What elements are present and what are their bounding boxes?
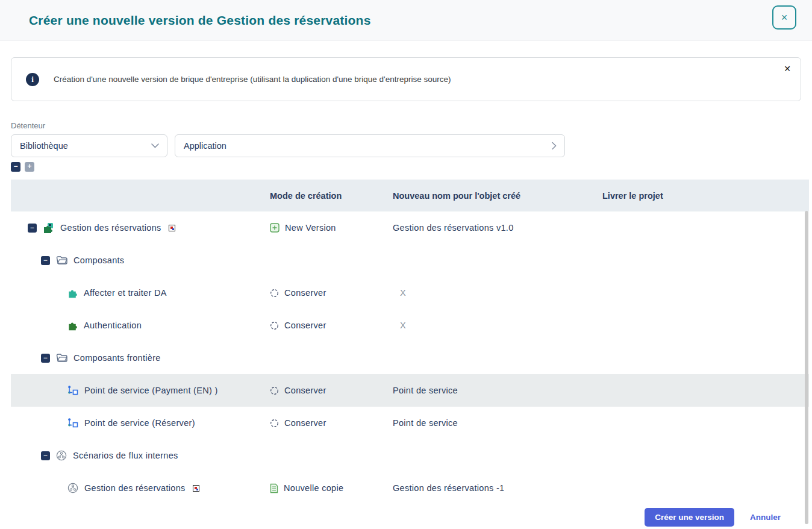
new-object-name[interactable]: Gestion des réservations -1 [393,483,602,493]
table-header: Mode de création Nouveau nom pour l'obje… [11,180,809,211]
node-label: Composants [73,255,124,265]
column-header-mode: Mode de création [270,191,393,201]
owner-type-value: Bibliothèque [20,141,68,151]
creation-mode[interactable]: New Version [285,223,336,233]
shortcut-badge-icon [193,485,199,492]
collapse-node-button[interactable]: − [41,354,50,363]
tree-controls: − + [11,162,801,172]
table-row[interactable]: − Composants frontière [11,342,809,374]
expand-all-button[interactable]: + [25,162,34,172]
node-label: Point de service (Réserver) [84,418,195,428]
node-label: Authentication [84,321,142,330]
scenario-icon [67,483,78,493]
collapse-all-button[interactable]: − [11,162,20,172]
new-object-name[interactable]: Gestion des réservations v1.0 [393,223,602,233]
table-row[interactable]: Gestion des réservations Nouvelle copie … [11,472,809,504]
owner-target-value: Application [184,141,226,151]
collapse-node-button[interactable]: − [41,256,50,265]
service-point-icon [67,418,78,428]
owner-type-select[interactable]: Bibliothèque [11,134,167,157]
new-object-name[interactable]: X [393,288,602,298]
dialog-header: Créer une nouvelle version de Gestion de… [0,0,812,41]
new-object-name[interactable]: Point de service [393,386,602,395]
creation-mode[interactable]: Conserver [284,386,326,395]
info-icon: i [26,73,39,86]
creation-mode[interactable]: Conserver [284,418,326,428]
scenario-icon [56,450,67,461]
new-object-name[interactable]: X [393,321,602,330]
owner-target-picker[interactable]: Application [175,134,565,157]
copy-icon [270,483,278,493]
chevron-right-icon [552,142,557,150]
new-object-name[interactable]: Point de service [393,418,602,428]
creation-mode[interactable]: Conserver [284,321,326,330]
table-row[interactable]: − Gestion des réservations New Version G… [11,211,809,244]
keep-icon [270,289,279,298]
folder-icon [56,255,67,265]
keep-icon [270,419,279,428]
column-header-deliver: Livrer le projet [602,191,809,201]
node-label: Point de service (Payment (EN) ) [84,386,218,395]
collapse-node-button[interactable]: − [28,224,37,233]
table-row[interactable]: Affecter et traiter DA Conserver X [11,277,809,309]
dialog-footer: Créer une version Annuler [0,508,781,527]
creation-mode[interactable]: Nouvelle copie [284,483,343,493]
owner-section: Détenteur Bibliothèque Application [11,121,801,157]
close-dialog-button[interactable]: × [772,5,796,30]
info-banner: i Création d'une nouvelle version de bri… [11,57,801,101]
component-icon [67,288,78,298]
keep-icon [270,386,279,395]
vertical-scrollbar[interactable] [805,211,808,524]
node-label: Composants frontière [73,353,161,363]
table-row[interactable]: Authentication Conserver X [11,309,809,342]
info-banner-text: Création d'une nouvelle version de briqu… [54,75,451,84]
application-icon [43,222,54,234]
table-row[interactable]: Point de service (Réserver) Conserver Po… [11,407,809,439]
node-label: Scénarios de flux internes [73,451,178,460]
node-label: Affecter et traiter DA [84,288,167,298]
close-icon: × [781,11,788,23]
banner-close-icon[interactable]: ✕ [784,64,791,74]
chevron-down-icon [151,143,159,148]
version-table: Mode de création Nouveau nom pour l'obje… [11,180,809,504]
creation-mode[interactable]: Conserver [284,288,326,298]
table-row[interactable]: − Composants [11,244,809,277]
table-row[interactable]: − Scénarios de flux internes [11,439,809,472]
cancel-button[interactable]: Annuler [750,513,781,522]
page-title: Créer une nouvelle version de Gestion de… [29,13,371,28]
owner-label: Détenteur [11,121,801,130]
node-label: Gestion des réservations [84,483,186,493]
new-version-icon [270,223,280,233]
table-row-selected[interactable]: Point de service (Payment (EN) ) Conserv… [11,374,809,407]
create-version-button[interactable]: Créer une version [645,508,734,527]
node-label: Gestion des réservations [60,223,161,233]
keep-icon [270,321,279,330]
component-icon [67,321,78,331]
service-point-icon [67,385,78,396]
collapse-node-button[interactable]: − [41,451,50,460]
folder-icon [56,353,67,363]
column-header-new-name: Nouveau nom pour l'objet créé [393,191,602,201]
shortcut-badge-icon [169,225,175,231]
